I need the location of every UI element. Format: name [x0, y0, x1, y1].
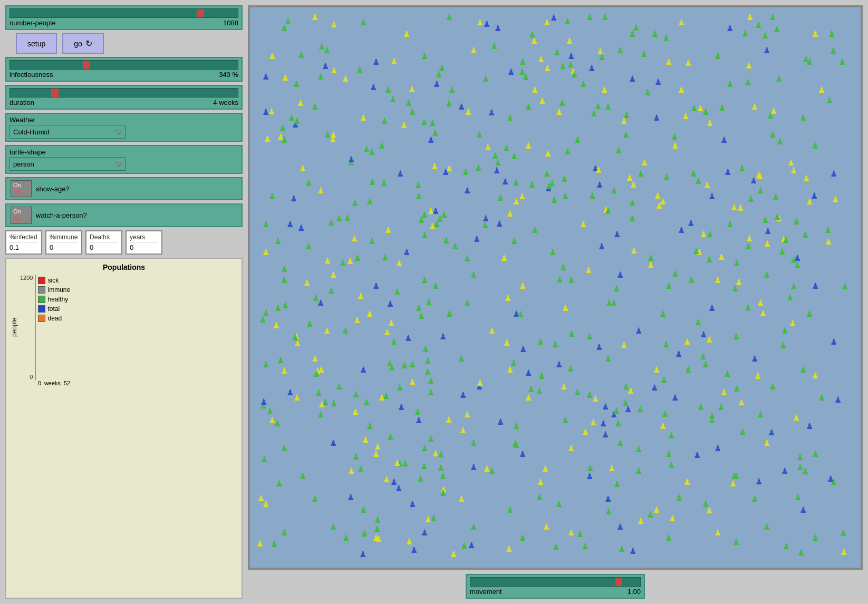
person-figure: ♟ [626, 174, 633, 182]
person-figure: ♟ [522, 73, 529, 82]
movement-thumb[interactable] [615, 578, 622, 586]
legend-label-healthy: healthy [47, 296, 68, 303]
person-figure: ♟ [668, 432, 675, 440]
person-figure: ♟ [352, 391, 360, 399]
person-figure: ♟ [613, 230, 621, 239]
person-figure: ♟ [281, 276, 288, 285]
person-figure: ♟ [368, 237, 375, 246]
person-figure: ♟ [475, 164, 482, 172]
person-figure: ♟ [659, 422, 667, 431]
person-figure: ♟ [543, 523, 550, 531]
person-figure: ♟ [812, 282, 819, 290]
person-figure: ♟ [368, 148, 375, 157]
duration-slider-container: duration 4 weeks [5, 85, 243, 110]
weather-select[interactable]: Cold-Humid ▽ [9, 125, 126, 139]
person-figure: ♟ [439, 489, 447, 498]
person-figure: ♟ [395, 484, 402, 493]
person-figure: ♟ [592, 395, 599, 403]
person-figure: ♟ [745, 242, 752, 251]
show-age-toggle[interactable]: On Off [11, 180, 32, 197]
watch-person-toggle[interactable]: On Off [11, 207, 32, 223]
person-figure: ♟ [445, 416, 452, 424]
person-figure: ♟ [697, 403, 705, 412]
person-figure: ♟ [640, 50, 648, 59]
person-figure: ♟ [586, 13, 593, 22]
legend-color-dead [38, 315, 45, 322]
duration-thumb[interactable] [51, 89, 59, 97]
person-figure: ♟ [615, 147, 622, 155]
person-figure: ♟ [510, 237, 518, 246]
person-figure: ♟ [553, 48, 561, 57]
person-figure: ♟ [678, 86, 685, 94]
person-figure: ♟ [356, 66, 363, 74]
person-figure: ♟ [585, 266, 592, 275]
person-figure: ♟ [420, 118, 428, 126]
person-figure: ♟ [754, 372, 761, 381]
turtle-shape-label: turtle-shape [9, 148, 238, 156]
person-figure: ♟ [763, 523, 770, 531]
number-people-track[interactable] [9, 8, 238, 18]
person-figure: ♟ [783, 542, 790, 551]
legend-color-healthy [38, 296, 45, 303]
person-figure: ♟ [297, 51, 305, 60]
stat-label-deaths: Deaths [90, 233, 118, 242]
person-figure: ♟ [417, 475, 424, 483]
person-figure: ♟ [525, 394, 532, 402]
person-figure: ♟ [790, 282, 797, 291]
person-figure: ♟ [531, 86, 538, 94]
chart-x-axis: 0 weeks 52 [20, 380, 72, 386]
person-figure: ♟ [763, 271, 770, 279]
person-figure: ♟ [497, 194, 504, 202]
person-figure: ♟ [775, 75, 783, 83]
person-figure: ♟ [525, 142, 532, 150]
person-figure: ♟ [542, 465, 549, 473]
person-figure: ♟ [450, 550, 457, 559]
person-figure: ♟ [739, 428, 746, 436]
legend-label-immune: immune [47, 286, 70, 294]
person-figure: ♟ [550, 14, 557, 22]
setup-button[interactable]: setup [16, 33, 57, 54]
person-figure: ♟ [537, 55, 545, 64]
person-figure: ♟ [519, 58, 526, 66]
person-figure: ♟ [841, 282, 848, 291]
turtle-shape-selected-value: person [13, 160, 34, 168]
person-figure: ♟ [543, 170, 551, 178]
person-figure: ♟ [378, 142, 385, 150]
go-button[interactable]: go ↻ [62, 33, 104, 54]
person-figure: ♟ [400, 121, 408, 130]
infectiousness-track[interactable] [9, 60, 238, 70]
legend-total: total [38, 305, 70, 313]
person-figure: ♟ [401, 362, 408, 370]
person-figure: ♟ [714, 444, 721, 453]
person-figure: ♟ [616, 523, 624, 531]
person-figure: ♟ [281, 265, 288, 274]
person-figure: ♟ [360, 114, 367, 122]
chart-y-axis: 1200 0 [20, 275, 35, 380]
person-figure: ♟ [299, 472, 306, 481]
person-figure: ♟ [781, 467, 788, 475]
person-figure: ♟ [741, 30, 749, 38]
person-figure: ♟ [665, 450, 672, 459]
person-figure: ♟ [620, 341, 628, 349]
person-figure: ♟ [802, 231, 809, 239]
person-figure: ♟ [714, 52, 721, 61]
person-figure: ♟ [720, 388, 728, 397]
person-figure: ♟ [537, 338, 544, 346]
duration-track[interactable] [9, 88, 238, 98]
person-figure: ♟ [840, 548, 847, 557]
movement-track[interactable] [470, 577, 641, 587]
person-figure: ♟ [790, 167, 797, 175]
infectiousness-thumb[interactable] [83, 61, 90, 69]
person-figure: ♟ [512, 179, 519, 187]
turtle-shape-select[interactable]: person ▽ [9, 157, 126, 171]
person-figure: ♟ [507, 68, 515, 76]
show-age-label: show-age? [36, 185, 70, 193]
number-people-thumb[interactable] [197, 9, 204, 17]
simulation-canvas[interactable]: ♟♟♟♟♟♟♟♟♟♟♟♟♟♟♟♟♟♟♟♟♟♟♟♟♟♟♟♟♟♟♟♟♟♟♟♟♟♟♟♟… [248, 5, 863, 570]
person-figure: ♟ [274, 304, 282, 313]
person-figure: ♟ [470, 523, 477, 531]
person-figure: ♟ [324, 257, 331, 265]
person-figure: ♟ [832, 196, 839, 204]
person-figure: ♟ [751, 103, 758, 111]
person-figure: ♟ [799, 114, 807, 122]
